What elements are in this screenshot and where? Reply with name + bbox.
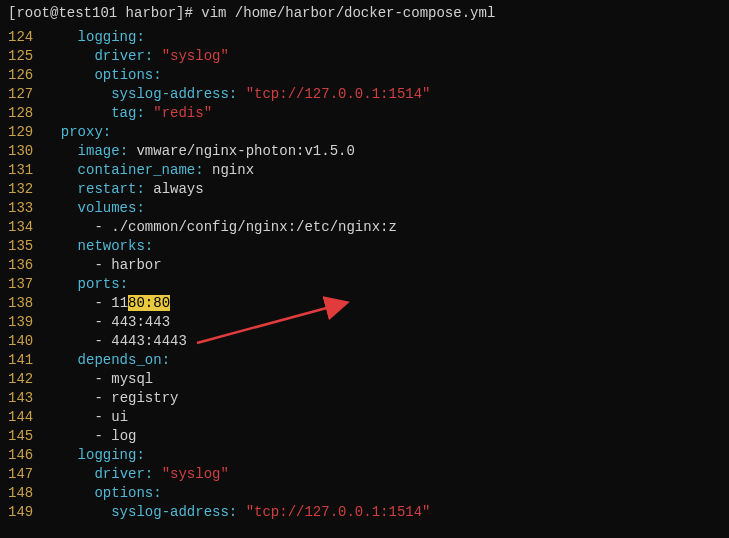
yaml-key: syslog-address	[111, 86, 229, 102]
code-line: 146 logging:	[8, 446, 729, 465]
code-line: 133 volumes:	[8, 199, 729, 218]
line-number: 134	[8, 218, 44, 237]
line-content: options:	[44, 66, 729, 85]
code-line: 136 - harbor	[8, 256, 729, 275]
line-number: 141	[8, 351, 44, 370]
line-number: 129	[8, 123, 44, 142]
code-line: 126 options:	[8, 66, 729, 85]
yaml-key: networks	[78, 238, 145, 254]
yaml-value: nginx	[204, 162, 254, 178]
line-content: - 443:443	[44, 313, 729, 332]
yaml-key: syslog-address	[111, 504, 229, 520]
line-content: tag: "redis"	[44, 104, 729, 123]
code-line: 142 - mysql	[8, 370, 729, 389]
line-number: 135	[8, 237, 44, 256]
code-line: 137 ports:	[8, 275, 729, 294]
line-content: - harbor	[44, 256, 729, 275]
line-number: 136	[8, 256, 44, 275]
line-number: 142	[8, 370, 44, 389]
yaml-key: options	[94, 485, 153, 501]
yaml-key: proxy	[61, 124, 103, 140]
line-number: 147	[8, 465, 44, 484]
line-content: - mysql	[44, 370, 729, 389]
code-line: 130 image: vmware/nginx-photon:v1.5.0	[8, 142, 729, 161]
line-content: volumes:	[44, 199, 729, 218]
line-content: logging:	[44, 28, 729, 47]
code-line: 140 - 4443:4443	[8, 332, 729, 351]
line-content: - 4443:4443	[44, 332, 729, 351]
yaml-key: driver	[94, 48, 144, 64]
code-line: 143 - registry	[8, 389, 729, 408]
yaml-key: depends_on	[78, 352, 162, 368]
yaml-value: "syslog"	[153, 48, 229, 64]
line-number: 125	[8, 47, 44, 66]
line-number: 139	[8, 313, 44, 332]
yaml-key: logging	[78, 29, 137, 45]
line-content: driver: "syslog"	[44, 47, 729, 66]
line-number: 126	[8, 66, 44, 85]
code-line: 144 - ui	[8, 408, 729, 427]
line-number: 140	[8, 332, 44, 351]
line-content: syslog-address: "tcp://127.0.0.1:1514"	[44, 85, 729, 104]
code-line: 134 - ./common/config/nginx:/etc/nginx:z	[8, 218, 729, 237]
code-line: 131 container_name: nginx	[8, 161, 729, 180]
yaml-value: "syslog"	[153, 466, 229, 482]
line-content: driver: "syslog"	[44, 465, 729, 484]
yaml-value: "tcp://127.0.0.1:1514"	[237, 504, 430, 520]
yaml-value: vmware/nginx-photon:v1.5.0	[128, 143, 355, 159]
yaml-key: options	[94, 67, 153, 83]
code-line: 149 syslog-address: "tcp://127.0.0.1:151…	[8, 503, 729, 522]
code-line: 141 depends_on:	[8, 351, 729, 370]
yaml-value: always	[145, 181, 204, 197]
code-line: 145 - log	[8, 427, 729, 446]
line-number: 145	[8, 427, 44, 446]
code-line: 132 restart: always	[8, 180, 729, 199]
line-number: 143	[8, 389, 44, 408]
editor-content: 124 logging:125 driver: "syslog"126 opti…	[0, 28, 729, 522]
yaml-key: volumes	[78, 200, 137, 216]
code-line: 124 logging:	[8, 28, 729, 47]
line-content: container_name: nginx	[44, 161, 729, 180]
line-number: 144	[8, 408, 44, 427]
line-content: - 1180:80	[44, 294, 729, 313]
line-number: 133	[8, 199, 44, 218]
line-number: 137	[8, 275, 44, 294]
line-number: 128	[8, 104, 44, 123]
line-number: 127	[8, 85, 44, 104]
line-content: - ui	[44, 408, 729, 427]
yaml-key: container_name	[78, 162, 196, 178]
line-number: 124	[8, 28, 44, 47]
yaml-value: "tcp://127.0.0.1:1514"	[237, 86, 430, 102]
code-line: 127 syslog-address: "tcp://127.0.0.1:151…	[8, 85, 729, 104]
line-content: syslog-address: "tcp://127.0.0.1:1514"	[44, 503, 729, 522]
line-number: 146	[8, 446, 44, 465]
shell-prompt: [root@test101 harbor]# vim /home/harbor/…	[0, 0, 729, 28]
code-line: 147 driver: "syslog"	[8, 465, 729, 484]
line-content: proxy:	[44, 123, 729, 142]
yaml-key: image	[78, 143, 120, 159]
yaml-key: ports	[78, 276, 120, 292]
line-number: 148	[8, 484, 44, 503]
yaml-key: driver	[94, 466, 144, 482]
line-content: image: vmware/nginx-photon:v1.5.0	[44, 142, 729, 161]
search-highlight: 80	[153, 295, 170, 311]
line-content: restart: always	[44, 180, 729, 199]
line-content: networks:	[44, 237, 729, 256]
line-number: 132	[8, 180, 44, 199]
code-line: 128 tag: "redis"	[8, 104, 729, 123]
line-content: - log	[44, 427, 729, 446]
line-content: ports:	[44, 275, 729, 294]
line-number: 131	[8, 161, 44, 180]
line-number: 130	[8, 142, 44, 161]
line-number: 138	[8, 294, 44, 313]
line-content: logging:	[44, 446, 729, 465]
line-content: options:	[44, 484, 729, 503]
yaml-key: tag	[111, 105, 136, 121]
line-number: 149	[8, 503, 44, 522]
code-line: 129 proxy:	[8, 123, 729, 142]
code-line: 138 - 1180:80	[8, 294, 729, 313]
code-line: 139 - 443:443	[8, 313, 729, 332]
code-line: 125 driver: "syslog"	[8, 47, 729, 66]
line-content: - registry	[44, 389, 729, 408]
code-line: 135 networks:	[8, 237, 729, 256]
